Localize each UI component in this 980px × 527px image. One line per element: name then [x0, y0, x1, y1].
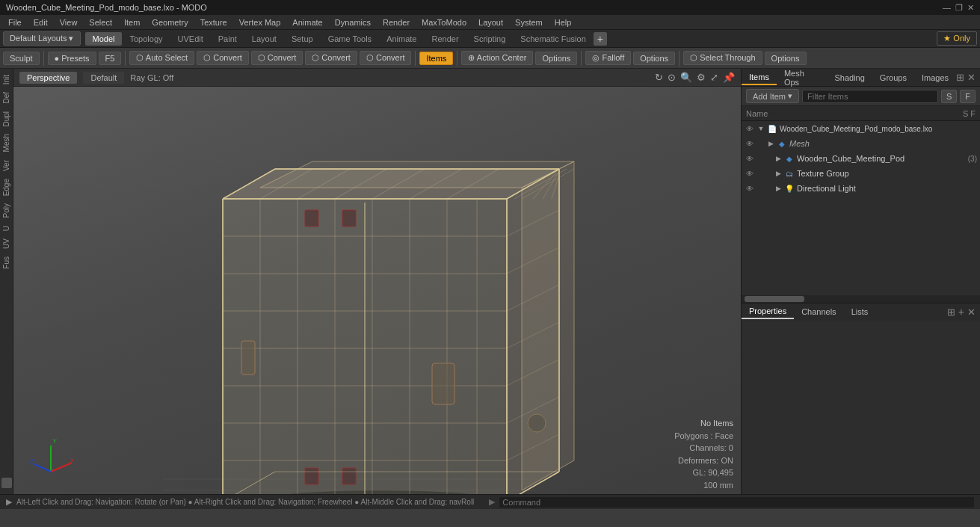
props-plus-button[interactable]: + — [958, 306, 964, 318]
layout-tab-setup[interactable]: Setup — [284, 32, 321, 46]
item-expand-root[interactable]: ▼ — [757, 123, 765, 134]
item-row-texture[interactable]: 👁 ▶ 🗂 Texture Group — [742, 166, 980, 181]
filter-items-input[interactable] — [802, 90, 938, 103]
minimize-btn[interactable]: — — [943, 3, 951, 13]
viewport-tab-default[interactable]: Default — [83, 72, 124, 84]
viewport-icon-pin[interactable]: 📌 — [723, 72, 735, 83]
item-expand-texture[interactable]: ▶ — [774, 168, 782, 179]
add-item-button[interactable]: Add Item ▾ — [746, 89, 799, 103]
item-expand-mesh[interactable]: ▶ — [767, 138, 774, 149]
item-eye-texture[interactable]: 👁 — [745, 168, 755, 179]
left-tab-uv[interactable]: UV — [1, 235, 12, 252]
rpanel-tab-items[interactable]: Items — [742, 70, 777, 85]
menu-help[interactable]: Help — [549, 16, 577, 28]
rpanel-tab-meshops[interactable]: Mesh Ops — [777, 67, 828, 89]
menu-maxtomodo[interactable]: MaxToModo — [416, 16, 472, 28]
star-only-toggle[interactable]: ★ Only — [937, 31, 977, 46]
left-tab-ver[interactable]: Ver — [1, 157, 12, 174]
convert-button-1[interactable]: ⬡ Convert — [197, 51, 249, 65]
menu-animate[interactable]: Animate — [287, 16, 327, 28]
viewport-icon-home[interactable]: ⊙ — [668, 72, 676, 83]
menu-file[interactable]: File — [3, 16, 27, 28]
item-eye-wooden[interactable]: 👁 — [745, 153, 755, 164]
menu-vertexmap[interactable]: Vertex Map — [234, 16, 286, 28]
item-row-mesh[interactable]: 👁 ▶ ◆ Mesh — [742, 136, 980, 151]
layout-tab-topology[interactable]: Topology — [122, 32, 170, 46]
items-s-button[interactable]: S — [941, 90, 957, 103]
action-options-button[interactable]: Options — [535, 52, 577, 65]
item-row-root[interactable]: 👁 ▼ 📄 Wooden_Cube_Meeting_Pod_modo_base.… — [742, 121, 980, 136]
command-input[interactable] — [499, 497, 974, 508]
convert-button-3[interactable]: ⬡ Convert — [305, 51, 357, 65]
menu-system[interactable]: System — [510, 16, 548, 28]
viewport-icon-settings[interactable]: ⚙ — [697, 72, 706, 83]
f5-button[interactable]: F5 — [99, 52, 122, 65]
menu-item[interactable]: Item — [119, 16, 145, 28]
layout-tab-render[interactable]: Render — [424, 32, 466, 46]
presets-button[interactable]: ● Presets — [48, 52, 96, 65]
viewport-tab-perspective[interactable]: Perspective — [19, 72, 77, 84]
item-row-wooden-cube[interactable]: 👁 ▶ ◆ Wooden_Cube_Meeting_Pod (3) — [742, 151, 980, 166]
layout-tab-paint[interactable]: Paint — [211, 32, 244, 46]
rpanel-tab-images[interactable]: Images — [914, 71, 956, 84]
props-tab-lists[interactable]: Lists — [844, 305, 876, 318]
items-button[interactable]: Items — [419, 52, 453, 65]
menu-edit[interactable]: Edit — [28, 16, 53, 28]
viewport-icon-expand[interactable]: ⤢ — [710, 72, 718, 83]
maximize-btn[interactable]: ❐ — [955, 3, 963, 13]
viewport-icon-search[interactable]: 🔍 — [680, 72, 692, 83]
item-eye-root[interactable]: 👁 — [745, 123, 755, 134]
convert-button-2[interactable]: ⬡ Convert — [251, 51, 303, 65]
select-through-button[interactable]: ⬡ Select Through — [683, 51, 762, 65]
layout-tab-layout[interactable]: Layout — [244, 32, 284, 46]
item-expand-dirlight[interactable]: ▶ — [774, 183, 782, 194]
add-layout-button[interactable]: + — [594, 32, 607, 46]
rpanel-grid-icon[interactable]: ⊞ — [956, 72, 964, 83]
left-tab-poly[interactable]: Poly — [1, 200, 12, 221]
bottombar-arrow[interactable]: ▶ — [6, 497, 12, 507]
menu-texture[interactable]: Texture — [195, 16, 232, 28]
menu-view[interactable]: View — [55, 16, 83, 28]
sculpt-button[interactable]: Sculpt — [3, 52, 40, 65]
menu-select[interactable]: Select — [84, 16, 117, 28]
close-btn[interactable]: ✕ — [967, 3, 974, 13]
menu-geometry[interactable]: Geometry — [147, 16, 193, 28]
menu-render[interactable]: Render — [377, 16, 415, 28]
item-eye-dirlight[interactable]: 👁 — [745, 183, 755, 194]
default-layouts-dropdown[interactable]: Default Layouts ▾ — [3, 31, 81, 46]
layout-tab-schematic[interactable]: Schematic Fusion — [513, 32, 593, 46]
left-tab-init[interactable]: Init — [1, 72, 12, 87]
convert-button-4[interactable]: ⬡ Convert — [360, 51, 412, 65]
left-tab-u[interactable]: U — [1, 223, 12, 234]
falloff-options-button[interactable]: Options — [633, 52, 675, 65]
menu-layout[interactable]: Layout — [473, 16, 508, 28]
viewport-3d[interactable]: Perspective Default Ray GL: Off ↻ ⊙ 🔍 ⚙ … — [13, 69, 741, 494]
layout-tab-animate[interactable]: Animate — [379, 32, 424, 46]
viewport-icon-rotate[interactable]: ↻ — [655, 72, 663, 83]
item-eye-mesh[interactable]: 👁 — [745, 138, 755, 149]
item-row-dirlight[interactable]: 👁 ▶ 💡 Directional Light — [742, 181, 980, 196]
props-expand-icon[interactable]: ⊞ — [947, 306, 955, 318]
item-expand-wooden[interactable]: ▶ — [774, 153, 782, 164]
layout-tab-scripting[interactable]: Scripting — [466, 32, 514, 46]
layout-tab-model[interactable]: Model — [85, 32, 123, 46]
props-close-icon[interactable]: ✕ — [967, 306, 976, 318]
rpanel-tab-shading[interactable]: Shading — [827, 71, 872, 84]
auto-select-button[interactable]: ⬡ Auto Select — [129, 51, 194, 65]
falloff-button[interactable]: ◎ Falloff — [585, 51, 631, 65]
menu-dynamics[interactable]: Dynamics — [330, 16, 376, 28]
rpanel-close-icon[interactable]: ✕ — [967, 72, 976, 83]
left-tab-dupl[interactable]: Dupl — [1, 108, 12, 130]
left-tab-mesh[interactable]: Mesh — [1, 131, 12, 155]
select-options-button[interactable]: Options — [765, 52, 807, 65]
action-center-button[interactable]: ⊕ Action Center — [461, 51, 533, 65]
layout-tab-uvedit[interactable]: UVEdit — [170, 32, 211, 46]
window-controls[interactable]: — ❐ ✕ — [943, 3, 974, 13]
layout-tab-gametools[interactable]: Game Tools — [321, 32, 380, 46]
scroll-thumb[interactable] — [745, 296, 804, 302]
canvas-3d[interactable]: No Items Polygons : Face Channels: 0 Def… — [13, 87, 741, 494]
props-tab-properties[interactable]: Properties — [742, 304, 794, 319]
rpanel-tab-groups[interactable]: Groups — [872, 71, 914, 84]
items-f-button[interactable]: F — [960, 90, 976, 103]
items-scrollbar[interactable] — [742, 295, 980, 303]
